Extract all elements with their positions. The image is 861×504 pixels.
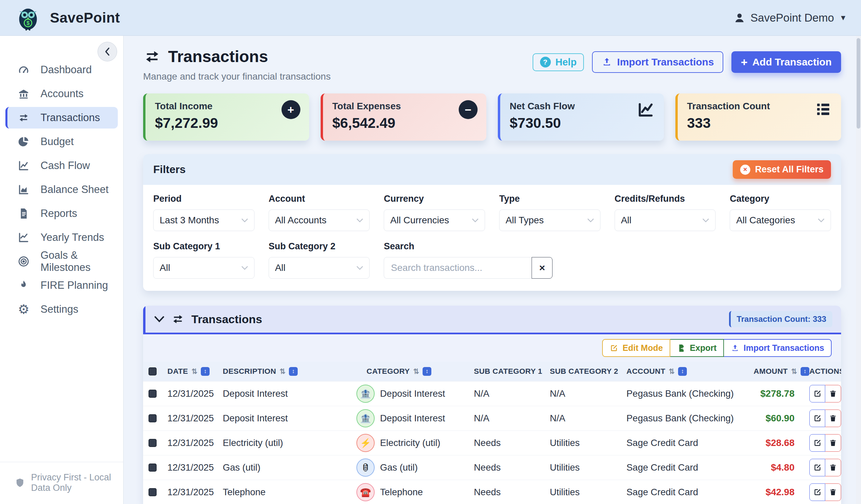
cell-category: 🏦 Deposit Interest	[356, 384, 474, 403]
edit-row-button[interactable]	[809, 484, 825, 501]
cell-account: Pegasus Bank (Checking)	[626, 388, 736, 399]
chevron-down-icon	[587, 218, 594, 223]
delete-row-button[interactable]	[825, 434, 841, 452]
sub-category-2-select[interactable]: All	[269, 257, 370, 279]
chevron-down-icon	[241, 218, 248, 223]
sort-icon[interactable]: ⇅	[279, 367, 286, 376]
sort-icon[interactable]: ⇅	[413, 367, 419, 376]
page-subtitle: Manage and track your financial transact…	[143, 71, 331, 82]
sidebar-item-fire-planning[interactable]: FIRE Planning	[5, 275, 118, 296]
sidebar-item-label: Accounts	[41, 88, 84, 100]
filter-icon[interactable]: ↕	[801, 367, 809, 376]
list-icon	[814, 100, 832, 118]
plus-icon: +	[741, 56, 748, 68]
filter-icon[interactable]: ↕	[201, 367, 209, 376]
filter-icon[interactable]: ↕	[423, 367, 431, 376]
cell-amount: $42.98	[736, 487, 809, 498]
sidebar-item-settings[interactable]: ⚙ Settings	[5, 298, 118, 320]
credits-refunds-select[interactable]: All	[615, 210, 716, 231]
sidebar-item-cash-flow[interactable]: Cash Flow	[5, 155, 118, 177]
currency-select[interactable]: All Currencies	[384, 210, 485, 231]
sidebar-item-transactions[interactable]: Transactions	[5, 107, 118, 128]
row-checkbox[interactable]	[149, 414, 156, 422]
select-all-checkbox[interactable]	[149, 367, 156, 376]
sidebar-item-label: Goals & Milestones	[41, 249, 118, 274]
cell-date: 12/31/2025	[167, 487, 223, 498]
net-cash-flow-card: Net Cash Flow $730.50	[498, 94, 664, 141]
period-select[interactable]: Last 3 Months	[153, 210, 255, 231]
column-description: DESCRIPTION⇅↕	[223, 367, 356, 376]
edit-mode-button[interactable]: Edit Mode	[602, 339, 670, 357]
cell-amount: $278.78	[736, 388, 809, 399]
cell-date: 12/31/2025	[167, 437, 223, 448]
help-button[interactable]: ? Help	[533, 53, 584, 71]
sort-icon[interactable]: ⇅	[669, 367, 675, 376]
transaction-count-card: Transaction Count 333	[675, 94, 842, 141]
edit-row-button[interactable]	[809, 409, 825, 427]
edit-row-button[interactable]	[809, 459, 825, 476]
delete-row-button[interactable]	[825, 385, 841, 403]
row-checkbox[interactable]	[149, 463, 156, 472]
account-select[interactable]: All Accounts	[269, 210, 370, 231]
filter-icon[interactable]: ↕	[678, 367, 687, 376]
sub-category-1-select[interactable]: All	[153, 257, 255, 279]
gear-icon: ⚙	[17, 303, 30, 316]
delete-row-button[interactable]	[825, 484, 841, 501]
section-title: Transactions	[191, 313, 262, 326]
cell-description: Deposit Interest	[223, 413, 356, 424]
minus-circle-icon: −	[459, 100, 478, 119]
sidebar-item-budget[interactable]: Budget	[5, 131, 118, 153]
import-transactions-small-button[interactable]: Import Transactions	[724, 339, 832, 357]
sidebar-collapse-button[interactable]	[97, 42, 117, 61]
chevron-down-icon[interactable]	[154, 316, 164, 322]
export-label: Export	[690, 343, 716, 353]
filters-title: Filters	[153, 163, 186, 176]
row-checkbox[interactable]	[149, 390, 156, 398]
card-label: Net Cash Flow	[510, 101, 654, 112]
user-menu[interactable]: SavePoint Demo ▼	[734, 12, 847, 24]
cell-sub-category-2: N/A	[550, 388, 626, 399]
export-button[interactable]: Export	[670, 339, 724, 357]
filter-sub-category-2: Sub Category 2 All	[269, 241, 370, 279]
transfer-arrows-icon	[17, 111, 30, 125]
search-input[interactable]	[384, 257, 532, 279]
filter-icon[interactable]: ↕	[289, 367, 298, 376]
scrollbar-thumb[interactable]	[857, 38, 860, 128]
chevron-down-icon: ▼	[839, 14, 847, 22]
column-sub-category-1: SUB CATEGORY 1	[474, 367, 550, 376]
reset-all-filters-button[interactable]: × Reset All Filters	[733, 160, 831, 179]
sort-icon[interactable]: ⇅	[191, 367, 197, 376]
delete-row-button[interactable]	[825, 459, 841, 476]
category-icon: 🏦	[356, 384, 375, 403]
type-select[interactable]: All Types	[499, 210, 600, 231]
cell-category: ⚡ Electricity (util)	[356, 434, 474, 452]
sidebar-item-yearly-trends[interactable]: Yearly Trends	[5, 227, 118, 248]
add-transaction-button[interactable]: + Add Transaction	[732, 51, 841, 73]
card-label: Transaction Count	[687, 101, 832, 112]
chevron-down-icon	[472, 218, 479, 223]
row-checkbox[interactable]	[149, 488, 156, 496]
cell-account: Sage Credit Card	[626, 487, 736, 498]
flame-icon	[17, 279, 30, 292]
sidebar-item-accounts[interactable]: Accounts	[5, 83, 118, 104]
cell-sub-category-2: N/A	[550, 413, 626, 424]
sidebar-item-label: Transactions	[41, 112, 100, 124]
gauge-icon	[17, 63, 30, 76]
edit-row-button[interactable]	[809, 385, 825, 403]
clear-search-button[interactable]: ×	[532, 257, 552, 279]
sidebar-item-dashboard[interactable]: Dashboard	[5, 59, 118, 81]
category-select[interactable]: All Categories	[730, 210, 831, 231]
sidebar-item-goals-milestones[interactable]: Goals & Milestones	[5, 251, 118, 272]
chevron-down-icon	[702, 218, 709, 223]
page-title: Transactions	[168, 47, 268, 66]
sort-icon[interactable]: ⇅	[791, 367, 797, 376]
filters-panel: Filters × Reset All Filters Period Last …	[143, 154, 841, 291]
delete-row-button[interactable]	[825, 409, 841, 427]
sidebar-item-reports[interactable]: Reports	[5, 203, 118, 224]
sidebar-item-balance-sheet[interactable]: Balance Sheet	[5, 179, 118, 200]
sidebar-item-label: Reports	[41, 208, 77, 220]
import-transactions-button[interactable]: Import Transactions	[592, 51, 723, 73]
cell-actions	[809, 385, 841, 403]
edit-row-button[interactable]	[809, 434, 825, 452]
row-checkbox[interactable]	[149, 439, 156, 447]
